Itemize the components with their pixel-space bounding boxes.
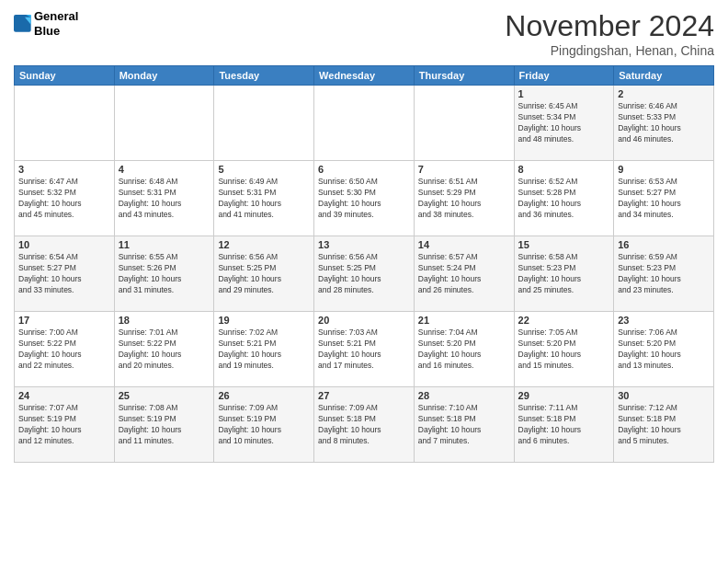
day-info: Sunrise: 6:55 AM Sunset: 5:26 PM Dayligh… xyxy=(119,252,210,296)
day-number: 3 xyxy=(18,164,110,175)
day-number: 30 xyxy=(618,390,710,401)
calendar-cell: 17Sunrise: 7:00 AM Sunset: 5:22 PM Dayli… xyxy=(15,312,115,387)
day-header-tuesday: Tuesday xyxy=(214,66,314,86)
day-info: Sunrise: 7:03 AM Sunset: 5:21 PM Dayligh… xyxy=(318,327,410,372)
calendar-cell: 14Sunrise: 6:57 AM Sunset: 5:24 PM Dayli… xyxy=(414,236,514,312)
day-info: Sunrise: 6:53 AM Sunset: 5:27 PM Dayligh… xyxy=(618,177,710,221)
day-info: Sunrise: 6:50 AM Sunset: 5:30 PM Dayligh… xyxy=(318,177,410,221)
day-info: Sunrise: 7:07 AM Sunset: 5:19 PM Dayligh… xyxy=(18,403,110,447)
day-number: 16 xyxy=(618,239,710,250)
calendar-cell xyxy=(15,86,115,161)
calendar-cell: 27Sunrise: 7:09 AM Sunset: 5:18 PM Dayli… xyxy=(314,387,415,463)
day-info: Sunrise: 6:54 AM Sunset: 5:27 PM Dayligh… xyxy=(18,252,110,296)
day-number: 11 xyxy=(119,239,210,250)
calendar-cell: 30Sunrise: 7:12 AM Sunset: 5:18 PM Dayli… xyxy=(614,387,714,463)
day-info: Sunrise: 6:57 AM Sunset: 5:24 PM Dayligh… xyxy=(418,252,510,296)
day-number: 25 xyxy=(119,390,210,401)
day-info: Sunrise: 6:56 AM Sunset: 5:25 PM Dayligh… xyxy=(218,252,310,296)
calendar-cell: 7Sunrise: 6:51 AM Sunset: 5:29 PM Daylig… xyxy=(414,161,514,236)
calendar-cell: 19Sunrise: 7:02 AM Sunset: 5:21 PM Dayli… xyxy=(214,312,314,387)
calendar-cell: 8Sunrise: 6:52 AM Sunset: 5:28 PM Daylig… xyxy=(514,161,614,236)
day-number: 9 xyxy=(618,164,710,175)
day-info: Sunrise: 7:04 AM Sunset: 5:20 PM Dayligh… xyxy=(418,327,510,372)
day-info: Sunrise: 7:06 AM Sunset: 5:20 PM Dayligh… xyxy=(618,327,710,372)
day-info: Sunrise: 7:00 AM Sunset: 5:22 PM Dayligh… xyxy=(18,327,110,372)
location: Pingdingshan, Henan, China xyxy=(505,43,714,58)
day-header-sunday: Sunday xyxy=(15,66,115,86)
day-number: 20 xyxy=(318,315,410,326)
day-info: Sunrise: 7:11 AM Sunset: 5:18 PM Dayligh… xyxy=(518,403,610,447)
logo-text: General Blue xyxy=(34,9,78,38)
week-row-3: 10Sunrise: 6:54 AM Sunset: 5:27 PM Dayli… xyxy=(15,236,714,312)
day-number: 21 xyxy=(418,315,510,326)
day-info: Sunrise: 7:05 AM Sunset: 5:20 PM Dayligh… xyxy=(518,327,610,372)
day-info: Sunrise: 7:12 AM Sunset: 5:18 PM Dayligh… xyxy=(618,403,710,447)
calendar-cell xyxy=(114,86,214,161)
calendar-cell: 21Sunrise: 7:04 AM Sunset: 5:20 PM Dayli… xyxy=(414,312,514,387)
day-number: 18 xyxy=(119,315,210,326)
calendar-cell: 29Sunrise: 7:11 AM Sunset: 5:18 PM Dayli… xyxy=(514,387,614,463)
day-number: 24 xyxy=(18,390,110,401)
week-row-2: 3Sunrise: 6:47 AM Sunset: 5:32 PM Daylig… xyxy=(15,161,714,236)
calendar-cell: 16Sunrise: 6:59 AM Sunset: 5:23 PM Dayli… xyxy=(614,236,714,312)
calendar-cell: 18Sunrise: 7:01 AM Sunset: 5:22 PM Dayli… xyxy=(114,312,214,387)
calendar-cell: 13Sunrise: 6:56 AM Sunset: 5:25 PM Dayli… xyxy=(314,236,415,312)
calendar-cell xyxy=(314,86,415,161)
day-info: Sunrise: 6:58 AM Sunset: 5:23 PM Dayligh… xyxy=(518,252,610,296)
calendar-cell: 6Sunrise: 6:50 AM Sunset: 5:30 PM Daylig… xyxy=(314,161,415,236)
title-area: November 2024 Pingdingshan, Henan, China xyxy=(505,9,714,58)
calendar-cell: 25Sunrise: 7:08 AM Sunset: 5:19 PM Dayli… xyxy=(114,387,214,463)
calendar-cell: 9Sunrise: 6:53 AM Sunset: 5:27 PM Daylig… xyxy=(614,161,714,236)
day-number: 29 xyxy=(518,390,610,401)
logo-icon xyxy=(14,15,32,33)
day-info: Sunrise: 6:51 AM Sunset: 5:29 PM Dayligh… xyxy=(418,177,510,221)
day-header-thursday: Thursday xyxy=(414,66,514,86)
day-header-friday: Friday xyxy=(514,66,614,86)
calendar-cell: 15Sunrise: 6:58 AM Sunset: 5:23 PM Dayli… xyxy=(514,236,614,312)
day-info: Sunrise: 7:08 AM Sunset: 5:19 PM Dayligh… xyxy=(119,403,210,447)
day-number: 2 xyxy=(618,88,710,99)
header-row: SundayMondayTuesdayWednesdayThursdayFrid… xyxy=(15,66,714,86)
calendar-table: SundayMondayTuesdayWednesdayThursdayFrid… xyxy=(14,65,714,463)
day-info: Sunrise: 7:09 AM Sunset: 5:18 PM Dayligh… xyxy=(318,403,410,447)
day-number: 28 xyxy=(418,390,510,401)
day-info: Sunrise: 6:49 AM Sunset: 5:31 PM Dayligh… xyxy=(218,177,310,221)
day-number: 15 xyxy=(518,239,610,250)
day-number: 1 xyxy=(518,88,610,99)
day-number: 22 xyxy=(518,315,610,326)
page: General Blue November 2024 Pingdingshan,… xyxy=(0,0,728,563)
calendar-cell: 4Sunrise: 6:48 AM Sunset: 5:31 PM Daylig… xyxy=(114,161,214,236)
day-number: 7 xyxy=(418,164,510,175)
calendar-cell: 22Sunrise: 7:05 AM Sunset: 5:20 PM Dayli… xyxy=(514,312,614,387)
calendar-cell: 5Sunrise: 6:49 AM Sunset: 5:31 PM Daylig… xyxy=(214,161,314,236)
calendar-cell: 26Sunrise: 7:09 AM Sunset: 5:19 PM Dayli… xyxy=(214,387,314,463)
day-number: 5 xyxy=(218,164,310,175)
day-info: Sunrise: 6:59 AM Sunset: 5:23 PM Dayligh… xyxy=(618,252,710,296)
calendar-cell: 28Sunrise: 7:10 AM Sunset: 5:18 PM Dayli… xyxy=(414,387,514,463)
day-number: 26 xyxy=(218,390,310,401)
day-info: Sunrise: 7:02 AM Sunset: 5:21 PM Dayligh… xyxy=(218,327,310,372)
month-title: November 2024 xyxy=(505,9,714,43)
day-header-saturday: Saturday xyxy=(614,66,714,86)
calendar-cell: 11Sunrise: 6:55 AM Sunset: 5:26 PM Dayli… xyxy=(114,236,214,312)
day-header-monday: Monday xyxy=(114,66,214,86)
day-number: 12 xyxy=(218,239,310,250)
day-number: 23 xyxy=(618,315,710,326)
week-row-4: 17Sunrise: 7:00 AM Sunset: 5:22 PM Dayli… xyxy=(15,312,714,387)
day-info: Sunrise: 6:47 AM Sunset: 5:32 PM Dayligh… xyxy=(18,177,110,221)
day-info: Sunrise: 6:52 AM Sunset: 5:28 PM Dayligh… xyxy=(518,177,610,221)
day-info: Sunrise: 7:10 AM Sunset: 5:18 PM Dayligh… xyxy=(418,403,510,447)
day-number: 19 xyxy=(218,315,310,326)
day-number: 4 xyxy=(119,164,210,175)
day-number: 17 xyxy=(18,315,110,326)
calendar-cell: 12Sunrise: 6:56 AM Sunset: 5:25 PM Dayli… xyxy=(214,236,314,312)
week-row-1: 1Sunrise: 6:45 AM Sunset: 5:34 PM Daylig… xyxy=(15,86,714,161)
day-info: Sunrise: 6:45 AM Sunset: 5:34 PM Dayligh… xyxy=(518,101,610,145)
day-header-wednesday: Wednesday xyxy=(314,66,415,86)
day-info: Sunrise: 6:56 AM Sunset: 5:25 PM Dayligh… xyxy=(318,252,410,296)
calendar-cell: 24Sunrise: 7:07 AM Sunset: 5:19 PM Dayli… xyxy=(15,387,115,463)
day-info: Sunrise: 6:48 AM Sunset: 5:31 PM Dayligh… xyxy=(119,177,210,221)
calendar-cell: 20Sunrise: 7:03 AM Sunset: 5:21 PM Dayli… xyxy=(314,312,415,387)
day-number: 14 xyxy=(418,239,510,250)
day-number: 10 xyxy=(18,239,110,250)
